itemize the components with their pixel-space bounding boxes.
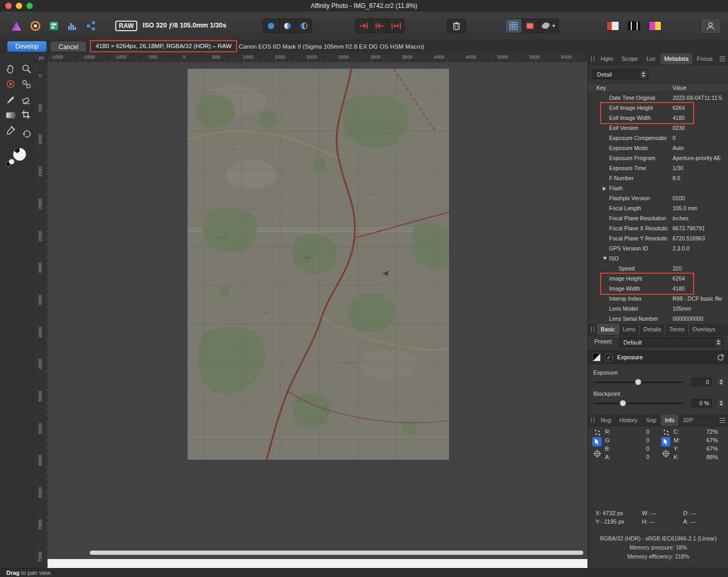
metadata-row[interactable]: Exposure Time1/30 <box>588 163 728 173</box>
horizontal-scrollbar-thumb[interactable] <box>90 551 583 555</box>
tree-collapse-icon[interactable] <box>603 257 607 260</box>
develop-tab-details[interactable]: Details <box>639 324 665 335</box>
develop-tab-lens[interactable]: Lens <box>619 324 639 335</box>
studio-tab-focus[interactable]: Focus <box>693 53 716 64</box>
histogram-persona-icon[interactable] <box>67 21 78 31</box>
metadata-row[interactable]: Lens Serial Number0000000000 <box>588 314 728 324</box>
slider-track[interactable] <box>593 403 683 404</box>
develop-tab-tones[interactable]: Tones <box>665 324 688 335</box>
target-icon[interactable] <box>593 450 601 458</box>
cursor-readout-icon[interactable] <box>661 437 670 446</box>
document-map-image[interactable] <box>188 69 449 460</box>
canvas-viewport[interactable] <box>48 62 587 568</box>
exposure-value-input[interactable]: 0 <box>692 378 712 386</box>
zoom-window-icon[interactable] <box>26 3 33 9</box>
close-window-icon[interactable] <box>5 3 12 9</box>
metadata-row[interactable]: Exif Image Width4180 <box>588 113 728 123</box>
metadata-row[interactable]: Exif Version0230 <box>588 123 728 133</box>
mirror-view-button[interactable] <box>296 19 312 33</box>
studio-tab-loc[interactable]: Loc <box>642 53 659 64</box>
develop-tab-overlays[interactable]: Overlays <box>688 324 719 335</box>
arrow-into-right-button[interactable] <box>356 19 372 33</box>
info-tab-info[interactable]: Info <box>661 415 678 426</box>
exposure-enabled-checkbox[interactable]: ✓ <box>605 353 613 361</box>
tag-button[interactable] <box>538 19 558 33</box>
studio-tab-scope[interactable]: Scope <box>618 53 641 64</box>
panel-menu-icon[interactable] <box>720 418 725 423</box>
crop-tool-icon[interactable] <box>20 109 33 122</box>
hand-tool-icon[interactable] <box>4 62 17 75</box>
key-column-header[interactable]: Key <box>596 85 606 91</box>
right-studio-toggle-icon[interactable] <box>649 21 661 31</box>
rotate-icon[interactable] <box>20 127 33 140</box>
develop-button[interactable]: Develop <box>7 41 46 52</box>
zoom-tool-icon[interactable] <box>20 62 33 75</box>
horizontal-ruler[interactable]: -2000-1500-1000-500050010001500200025003… <box>48 53 587 63</box>
slider-thumb[interactable] <box>620 400 626 406</box>
vertical-ruler[interactable]: 0500100015002000250030003500400045005000… <box>36 62 48 568</box>
overlay-gradient-tool-icon[interactable] <box>4 109 17 122</box>
account-button[interactable] <box>701 18 721 34</box>
arrow-into-left-button[interactable] <box>372 19 388 33</box>
split-view-button[interactable] <box>279 19 296 33</box>
info-tab-snp[interactable]: Snp <box>642 415 660 426</box>
red-overlay-button[interactable] <box>522 19 538 33</box>
metadata-row[interactable]: F Number8.0 <box>588 173 728 183</box>
single-view-button[interactable] <box>263 19 279 33</box>
drag-handle-icon[interactable] <box>591 56 594 62</box>
minimize-window-icon[interactable] <box>16 3 22 9</box>
metadata-row[interactable]: Speed320 <box>588 264 728 274</box>
metadata-row[interactable]: Flashpix Version0100 <box>588 193 728 203</box>
cursor-readout-icon[interactable] <box>592 437 602 446</box>
metadata-row[interactable]: Focal Plane Y Resolutic6720.516963 <box>588 234 728 244</box>
metadata-row[interactable]: ISO <box>588 254 728 264</box>
metadata-row[interactable]: Exif Image Height6264 <box>588 103 728 113</box>
tone-map-persona-icon[interactable] <box>49 21 59 31</box>
overlay-swatch-pair-icon[interactable] <box>5 158 15 167</box>
cancel-button[interactable]: Cancel <box>50 41 87 52</box>
metadata-row[interactable]: Interop IndexR98 - DCF basic file <box>588 294 728 304</box>
develop-persona-icon[interactable] <box>30 21 41 31</box>
center-studio-toggle-icon[interactable] <box>628 21 640 31</box>
metadata-row[interactable]: Image Width4180 <box>588 284 728 294</box>
metadata-row[interactable]: Image Height6264 <box>588 274 728 284</box>
studio-tab-metadata[interactable]: Metadata <box>660 53 692 64</box>
drag-handle-icon[interactable] <box>591 327 594 332</box>
drag-handle-icon[interactable] <box>591 417 594 423</box>
info-tab-history[interactable]: History <box>616 415 641 426</box>
metadata-row[interactable]: Exposure ProgramAperture-priority AE <box>588 153 728 163</box>
affinity-logo-icon[interactable] <box>11 20 22 32</box>
value-stepper-icon[interactable] <box>718 399 724 407</box>
arrow-both-button[interactable] <box>388 19 404 33</box>
metadata-row[interactable]: Focal Plane Resolutioninches <box>588 213 728 224</box>
metadata-row[interactable]: Focal Plane X Resolutic6673.796791 <box>588 224 728 234</box>
blemish-tool-icon[interactable] <box>20 78 33 90</box>
value-stepper-icon[interactable] <box>718 378 724 386</box>
metadata-row[interactable]: Exposure Compensatio0 <box>588 133 728 143</box>
reset-icon[interactable] <box>716 353 724 361</box>
overlay-paint-tool-icon[interactable] <box>4 94 17 106</box>
white-balance-tool-icon[interactable] <box>4 124 17 137</box>
discard-button[interactable] <box>447 18 466 33</box>
metadata-row[interactable]: Lens Model105mm <box>588 304 728 314</box>
grid-toggle-button[interactable] <box>506 19 522 33</box>
preset-dropdown[interactable]: Default <box>619 337 723 347</box>
blackpoint-value-input[interactable]: 0 % <box>692 399 712 407</box>
panel-menu-icon[interactable] <box>720 57 725 61</box>
slider-thumb[interactable] <box>635 379 641 385</box>
tree-expand-icon[interactable] <box>603 187 606 191</box>
metadata-row[interactable]: GPS Version ID2.3.0.0 <box>588 244 728 254</box>
overlay-erase-tool-icon[interactable] <box>20 94 33 106</box>
red-eye-tool-icon[interactable] <box>4 78 17 90</box>
title-bar[interactable]: Affinity Photo - IMG_6742.cr2 (11.8%) <box>0 0 728 12</box>
develop-tab-basic[interactable]: Basic <box>597 324 619 335</box>
info-tab-32p[interactable]: 32P <box>679 415 697 426</box>
target-icon[interactable] <box>662 450 670 458</box>
value-column-header[interactable]: Value <box>669 85 686 91</box>
metadata-row[interactable]: Date Time Original2022-09-04T11:11:5 <box>588 93 728 103</box>
export-persona-icon[interactable] <box>86 21 96 31</box>
info-tab-nvg[interactable]: Nvg <box>597 415 615 426</box>
left-studio-toggle-icon[interactable] <box>606 21 619 31</box>
metadata-row[interactable]: Flash <box>588 183 728 193</box>
studio-tab-hgm[interactable]: Hgm <box>597 53 617 64</box>
